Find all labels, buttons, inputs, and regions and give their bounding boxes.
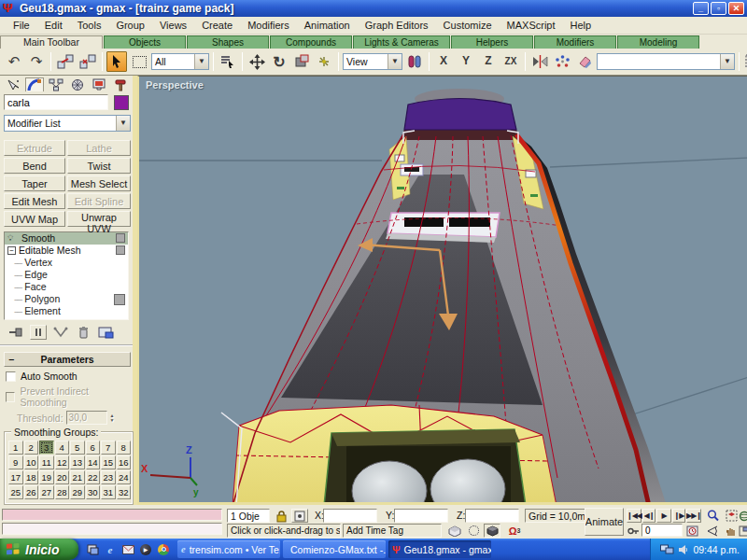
extrude-button[interactable]: Extrude	[4, 140, 65, 156]
stack-subobject-item[interactable]: Face	[5, 281, 128, 293]
lightbulb-icon[interactable]: 💡︎	[7, 232, 19, 245]
menu-item[interactable]: Edit	[37, 18, 70, 33]
toolbar-tab[interactable]: Shapes	[187, 35, 269, 49]
internet-explorer-icon[interactable]: e	[104, 543, 117, 556]
smoothing-group-button[interactable]: 4	[55, 441, 70, 455]
smoothing-group-button[interactable]: 19	[39, 470, 54, 484]
degradation-override-icon[interactable]	[446, 524, 463, 538]
smoothing-group-button[interactable]: 13	[70, 455, 85, 469]
stack-subobject-item[interactable]: Element	[5, 305, 128, 317]
menu-item[interactable]: Modifiers	[240, 18, 297, 33]
modifier-list-dropdown[interactable]: Modifier List ▼	[4, 115, 131, 132]
object-color-swatch[interactable]	[114, 95, 129, 110]
coordinate-system-dropdown[interactable]: View ▼	[343, 53, 402, 70]
animate-button[interactable]: Animate	[585, 508, 624, 536]
unwrap-uvw-button[interactable]: Unwrap UVW	[67, 211, 131, 227]
go-to-end-icon[interactable]: ▶▶❙	[686, 509, 701, 523]
volume-icon[interactable]	[678, 544, 689, 555]
toolbar-tab[interactable]: Main Toolbar	[0, 35, 103, 49]
select-and-manipulate-icon[interactable]	[314, 51, 334, 72]
align-icon[interactable]	[574, 51, 595, 72]
modify-tab-icon[interactable]	[25, 77, 44, 91]
taskbar-task-trensim[interactable]: e trensim.com • Ver Te...	[177, 540, 280, 558]
configure-modifier-sets-icon[interactable]	[97, 325, 114, 340]
media-player-icon[interactable]: ▶	[139, 543, 152, 556]
restrict-y-button[interactable]: Y	[456, 52, 476, 71]
smoothing-group-button[interactable]: 16	[117, 455, 132, 469]
perspective-viewport[interactable]: Perspective	[137, 76, 747, 505]
mirror-icon[interactable]	[529, 51, 550, 72]
remove-modifier-icon[interactable]	[75, 325, 92, 340]
edit-mesh-button[interactable]: Edit Mesh	[4, 193, 65, 209]
smoothing-group-button[interactable]: 30	[86, 485, 101, 499]
toolbar-tab[interactable]: Lights & Cameras	[353, 35, 450, 49]
macro-recorder-strip[interactable]	[2, 509, 222, 521]
undo-icon[interactable]: ↶	[4, 51, 24, 72]
restrict-z-button[interactable]: Z	[478, 52, 499, 71]
key-mode-icon[interactable]	[627, 524, 640, 538]
stack-item-editable-mesh[interactable]: − Editable Mesh	[5, 245, 128, 257]
smoothing-group-button[interactable]: 20	[55, 470, 70, 484]
select-and-rotate-icon[interactable]: ↻	[269, 51, 289, 72]
absolute-offset-toggle-icon[interactable]	[291, 509, 308, 523]
roof-vent-large[interactable]	[386, 213, 500, 243]
named-selection-dropdown[interactable]: ▼	[597, 53, 735, 70]
smoothing-group-button[interactable]: 28	[55, 485, 70, 499]
utilities-tab-icon[interactable]	[111, 77, 130, 91]
previous-frame-icon[interactable]: ◀❙	[642, 509, 655, 523]
smoothing-group-button[interactable]: 23	[101, 470, 116, 484]
restrict-x-button[interactable]: X	[433, 52, 454, 71]
spinner-arrows-icon[interactable]: ▲▼	[110, 413, 115, 423]
smoothing-group-button[interactable]: 14	[86, 455, 101, 469]
smoothing-group-button[interactable]: 24	[117, 470, 132, 484]
restrict-plane-button[interactable]: ZX	[500, 52, 521, 71]
add-time-tag[interactable]: Add Time Tag	[343, 524, 442, 538]
unlink-icon[interactable]	[78, 51, 98, 72]
menu-item[interactable]: Help	[563, 18, 599, 33]
menu-item[interactable]: File	[6, 18, 37, 33]
twist-button[interactable]: Twist	[67, 158, 131, 174]
current-frame-field[interactable]	[641, 524, 683, 537]
smoothing-group-button[interactable]: 25	[8, 485, 23, 499]
smoothing-group-button[interactable]: 12	[55, 455, 70, 469]
clock[interactable]: 09:44 p.m.	[693, 544, 740, 555]
pin-stack-icon[interactable]	[7, 325, 24, 340]
mesh-select-button[interactable]: Mesh Select	[67, 175, 131, 191]
toolbar-tab[interactable]: Modifiers	[534, 35, 616, 49]
menu-item[interactable]: Animation	[297, 18, 358, 33]
select-by-name-icon[interactable]	[218, 51, 238, 72]
selection-region-icon[interactable]	[129, 51, 149, 72]
edit-spline-button[interactable]: Edit Spline	[67, 193, 131, 209]
object-name-field[interactable]	[4, 94, 108, 110]
minimize-button[interactable]: _	[693, 2, 709, 15]
title-bar[interactable]: Ψ Geu18.gmax - gmax - [trainz game pack]…	[0, 0, 747, 17]
make-unique-icon[interactable]	[52, 325, 69, 340]
network-icon[interactable]	[660, 544, 674, 555]
smoothing-group-button[interactable]: 11	[39, 455, 54, 469]
stack-subobject-item[interactable]: Polygon	[5, 293, 128, 305]
toolbar-tab[interactable]: Compounds	[270, 35, 352, 49]
stack-subobject-item[interactable]: Vertex	[5, 257, 128, 269]
link-icon[interactable]	[55, 51, 76, 72]
play-animation-icon[interactable]: ▶	[656, 509, 671, 523]
selection-lock-icon[interactable]	[273, 509, 289, 523]
show-desktop-icon[interactable]	[86, 543, 99, 556]
taskbar-task-notepad[interactable]: Comienzo-GMax.txt -...	[283, 540, 386, 558]
show-end-result-icon[interactable]	[30, 325, 47, 340]
menu-item[interactable]: MAXScript	[500, 18, 563, 33]
use-center-flyout-icon[interactable]	[404, 51, 425, 72]
zoom-icon[interactable]	[704, 509, 721, 523]
restore-button[interactable]: ▫	[711, 2, 726, 15]
collapse-icon[interactable]: −	[7, 246, 16, 255]
threshold-spinner[interactable]: 30,0	[66, 411, 107, 425]
hierarchy-tab-icon[interactable]	[47, 77, 65, 91]
smoothing-group-button[interactable]: 9	[8, 455, 23, 469]
toolbar-tab[interactable]: Objects	[104, 35, 186, 49]
menu-item[interactable]: Graph Editors	[358, 18, 436, 33]
viewport-label[interactable]: Perspective	[146, 79, 204, 91]
menu-item[interactable]: Create	[194, 18, 240, 33]
smoothing-group-button[interactable]: 8	[117, 441, 132, 455]
snap-toggle-3d-icon[interactable]	[484, 524, 500, 538]
smoothing-group-button[interactable]: 27	[39, 485, 54, 499]
next-frame-icon[interactable]: ❙▶	[672, 509, 685, 523]
